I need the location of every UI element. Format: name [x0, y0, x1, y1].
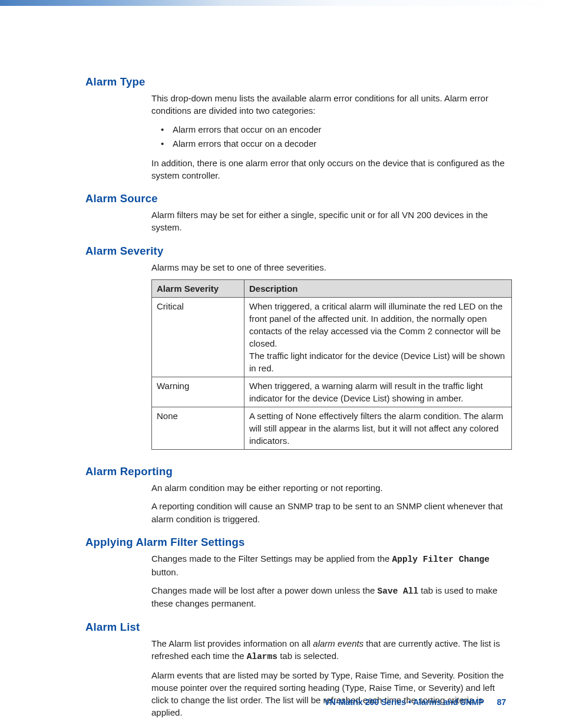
paragraph: A reporting condition will cause an SNMP… — [151, 500, 506, 525]
description-cell: When triggered, a critical alarm will il… — [244, 298, 512, 377]
table-header-description: Description — [244, 280, 512, 298]
text-fragment: The Alarm list provides information on a… — [151, 638, 313, 648]
text-fragment: Changes made to the Filter Settings may … — [151, 554, 392, 564]
severity-cell: None — [152, 407, 244, 450]
text-fragment: button. — [151, 567, 178, 577]
table-row: Critical When triggered, a critical alar… — [152, 298, 512, 377]
emphasized-text: alarm events — [313, 638, 363, 648]
header-gradient-bar — [0, 0, 562, 6]
table-header-severity: Alarm Severity — [152, 280, 244, 298]
paragraph: Alarms may be set to one of three severi… — [151, 261, 506, 274]
page-number: 87 — [497, 697, 506, 707]
heading-applying-filter: Applying Alarm Filter Settings — [85, 536, 506, 549]
bullet-item: Alarm errors that occur on a decoder — [161, 137, 506, 151]
inline-code: Save All — [378, 587, 419, 596]
desc-text: The traffic light indicator for the devi… — [249, 351, 505, 373]
inline-code: Alarms — [247, 652, 277, 661]
heading-alarm-type: Alarm Type — [85, 75, 506, 88]
severity-cell: Warning — [152, 377, 244, 407]
heading-alarm-severity: Alarm Severity — [85, 245, 506, 258]
heading-alarm-reporting: Alarm Reporting — [85, 465, 506, 478]
page-content: Alarm Type This drop-down menu lists the… — [0, 6, 562, 719]
page-footer: VN-Matrix 200 Series • Alarms and SNMP 8… — [325, 697, 506, 707]
paragraph: The Alarm list provides information on a… — [151, 637, 506, 663]
paragraph: Alarm filters may be set for either a si… — [151, 209, 506, 234]
description-cell: A setting of None effectively filters th… — [244, 407, 512, 450]
text-fragment: Changes made will be lost after a power … — [151, 585, 378, 595]
desc-text: When triggered, a critical alarm will il… — [249, 301, 503, 348]
paragraph: Changes made will be lost after a power … — [151, 584, 506, 610]
table-row: Warning When triggered, a warning alarm … — [152, 377, 512, 407]
severity-cell: Critical — [152, 298, 244, 377]
description-cell: When triggered, a warning alarm will res… — [244, 377, 512, 407]
heading-alarm-list: Alarm List — [85, 621, 506, 634]
footer-title: VN-Matrix 200 Series • Alarms and SNMP — [325, 697, 484, 707]
bullet-list: Alarm errors that occur on an encoder Al… — [161, 123, 506, 151]
heading-alarm-source: Alarm Source — [85, 192, 506, 205]
paragraph: Alarm events that are listed may be sort… — [151, 669, 506, 719]
paragraph: This drop-down menu lists the available … — [151, 92, 506, 117]
table-row: None A setting of None effectively filte… — [152, 407, 512, 450]
alarm-severity-table: Alarm Severity Description Critical When… — [151, 279, 512, 450]
text-fragment: tab is selected. — [277, 651, 339, 661]
inline-code: Apply Filter Change — [392, 555, 490, 564]
bullet-item: Alarm errors that occur on an encoder — [161, 123, 506, 137]
text-fragment: Alarm events that are listed may be sort… — [151, 670, 399, 680]
paragraph: In addition, there is one alarm error th… — [151, 157, 506, 182]
paragraph: An alarm condition may be either reporti… — [151, 482, 506, 494]
paragraph: Changes made to the Filter Settings may … — [151, 552, 506, 578]
